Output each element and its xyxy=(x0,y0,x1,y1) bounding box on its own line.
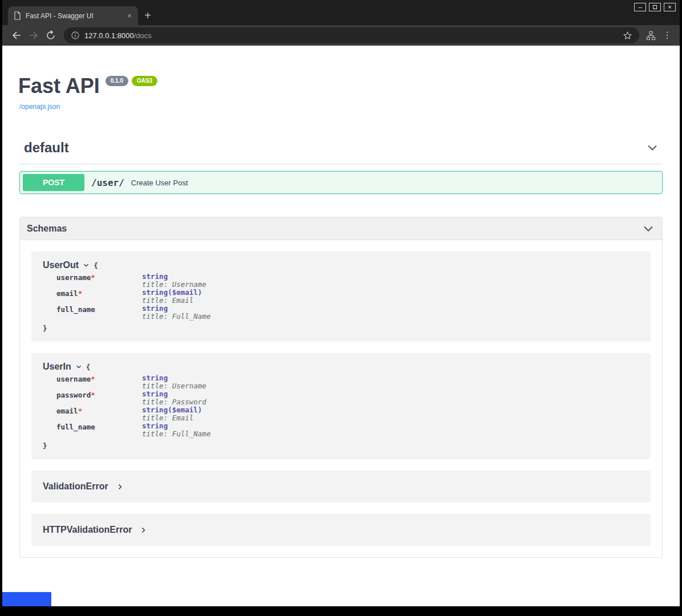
openapi-json-link[interactable]: /openapi.json xyxy=(19,103,60,111)
new-tab-button[interactable]: + xyxy=(138,6,157,25)
model-collapse-icon xyxy=(83,262,90,269)
schemas-section-header[interactable]: Schemas xyxy=(20,217,662,240)
toolbar-right-icons: ⋮ xyxy=(644,31,674,40)
site-info-icon[interactable] xyxy=(71,31,80,40)
chevron-right-icon xyxy=(140,526,147,534)
property-row: password* stringtitle: Password xyxy=(56,390,639,406)
model-name: ValidationError xyxy=(43,481,108,492)
property-title: title: Email xyxy=(142,414,202,422)
model-userin-toggle[interactable]: UserIn { xyxy=(43,362,639,372)
version-badge: 0.1.0 xyxy=(105,76,128,86)
back-button[interactable] xyxy=(8,27,25,44)
property-name: full_name xyxy=(56,305,95,314)
url-host: 127.0.0.1:8000 xyxy=(84,31,134,40)
property-name: email xyxy=(56,407,78,415)
post-user-endpoint[interactable]: POST /user/ Create User Post xyxy=(19,171,663,194)
property-name: password xyxy=(56,391,91,399)
open-brace: { xyxy=(94,261,98,270)
property-type: string xyxy=(142,273,206,281)
property-title: title: Username xyxy=(142,281,206,289)
property-title: title: Full_Name xyxy=(142,313,210,321)
model-properties: username* stringtitle: Username email* s… xyxy=(43,270,639,323)
address-bar[interactable]: 127.0.0.1:8000/docs xyxy=(64,27,639,43)
swagger-page: Fast API 0.1.0 OAS3 /openapi.json defaul… xyxy=(2,46,680,606)
forward-button[interactable] xyxy=(25,27,42,44)
schemas-section: Schemas UserOut { username* stri xyxy=(19,217,663,558)
required-star: * xyxy=(91,391,95,399)
window-controls: – × xyxy=(634,3,676,11)
property-name: full_name xyxy=(56,423,95,431)
browser-menu-icon[interactable]: ⋮ xyxy=(663,31,672,40)
property-type: string($email) xyxy=(142,289,202,297)
reload-button[interactable] xyxy=(42,27,59,44)
browser-toolbar: 127.0.0.1:8000/docs ⋮ xyxy=(2,25,680,46)
model-httpvalidationerror[interactable]: HTTPValidationError xyxy=(31,514,651,546)
model-collapse-icon xyxy=(75,363,82,370)
tab-close-icon[interactable]: × xyxy=(124,11,135,21)
close-brace: } xyxy=(43,324,47,333)
bookmark-star-icon[interactable] xyxy=(623,31,632,40)
close-brace: } xyxy=(43,441,47,450)
property-row: email* string($email)title: Email xyxy=(56,289,639,305)
chevron-down-icon xyxy=(647,142,658,153)
browser-titlebar: Fast API - Swagger UI × + – × xyxy=(2,0,680,25)
maximize-icon xyxy=(653,5,657,9)
property-type: string xyxy=(142,390,206,398)
tab-fast-api[interactable]: Fast API - Swagger UI × xyxy=(8,6,138,25)
extensions-icon[interactable] xyxy=(646,31,656,40)
api-title: Fast API xyxy=(18,74,100,98)
model-validationerror[interactable]: ValidationError xyxy=(31,471,651,502)
api-title-row: Fast API 0.1.0 OAS3 xyxy=(18,74,664,98)
property-type: string xyxy=(142,374,206,382)
window-close-button[interactable]: × xyxy=(664,3,676,11)
endpoint-path: /user/ xyxy=(91,177,124,188)
post-method-badge: POST xyxy=(23,174,84,191)
tab-strip: Fast API - Swagger UI × + xyxy=(2,0,680,25)
default-section-title: default xyxy=(24,140,69,156)
required-star: * xyxy=(78,289,83,298)
property-name: email xyxy=(56,289,78,298)
api-info: Fast API 0.1.0 OAS3 /openapi.json xyxy=(2,46,680,111)
model-userout-toggle[interactable]: UserOut { xyxy=(43,260,639,270)
required-star: * xyxy=(91,375,95,383)
property-title: title: Password xyxy=(142,398,206,406)
property-row: username* stringtitle: Username xyxy=(56,374,639,390)
open-brace: { xyxy=(86,363,91,371)
required-star: * xyxy=(78,407,83,415)
page-icon xyxy=(14,11,21,20)
tab-title: Fast API - Swagger UI xyxy=(26,12,120,20)
model-userout: UserOut { username* stringtitle: Usernam… xyxy=(31,252,651,342)
schemas-title: Schemas xyxy=(27,224,67,234)
property-type: string xyxy=(142,305,210,313)
url-text[interactable]: 127.0.0.1:8000/docs xyxy=(84,31,618,40)
property-row: username* stringtitle: Username xyxy=(56,273,639,289)
model-properties: username* stringtitle: Username password… xyxy=(43,372,639,440)
property-name: username xyxy=(56,375,91,383)
property-row: email* string($email)title: Email xyxy=(56,406,639,422)
property-title: title: Email xyxy=(142,297,202,305)
property-row: full_name stringtitle: Full_Name xyxy=(56,422,639,438)
model-name: UserIn xyxy=(43,362,71,372)
browser-window: Fast API - Swagger UI × + – × 127.0.0.1:… xyxy=(2,0,680,606)
endpoint-summary: Create User Post xyxy=(131,179,188,187)
property-row: full_name stringtitle: Full_Name xyxy=(56,305,639,321)
property-type: string($email) xyxy=(142,406,202,414)
property-type: string xyxy=(142,422,210,430)
maximize-button[interactable] xyxy=(649,3,661,11)
property-title: title: Username xyxy=(142,382,206,390)
url-path: /docs xyxy=(134,31,152,40)
property-name: username xyxy=(56,273,91,282)
status-bubble xyxy=(2,592,51,606)
required-star: * xyxy=(91,273,95,282)
model-name: HTTPValidationError xyxy=(43,525,132,535)
property-title: title: Full_Name xyxy=(142,430,210,438)
minimize-button[interactable]: – xyxy=(634,3,646,11)
model-name: UserOut xyxy=(43,260,79,270)
chevron-down-icon xyxy=(643,223,654,234)
chevron-right-icon xyxy=(116,483,124,491)
default-section-header[interactable]: default xyxy=(19,140,663,164)
model-userin: UserIn { username* stringtitle: Username… xyxy=(31,353,651,459)
oas3-badge: OAS3 xyxy=(132,76,157,86)
